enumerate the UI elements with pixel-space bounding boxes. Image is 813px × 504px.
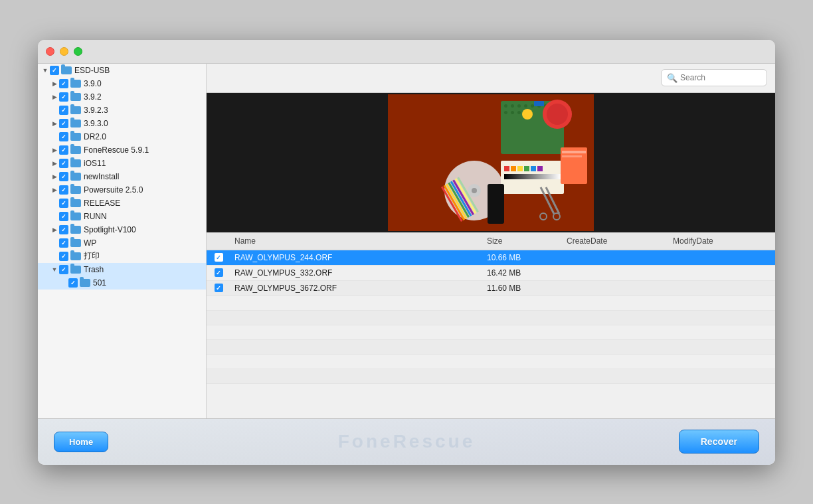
svg-rect-22 [504, 174, 561, 179]
checkbox-fonerescue[interactable] [59, 145, 68, 155]
checkbox-3930[interactable] [59, 119, 68, 128]
sidebar-item-390[interactable]: ▶ 3.9.0 [38, 77, 206, 90]
checkbox-esd-usb[interactable] [50, 66, 59, 75]
label-release: RELEASE [84, 199, 120, 208]
minimize-button[interactable] [60, 47, 68, 56]
sidebar-item-newinstall[interactable]: ▶ newInstall [38, 170, 206, 183]
svg-rect-16 [504, 166, 509, 171]
expand-arrow-newinstall[interactable]: ▶ [50, 172, 59, 181]
close-button[interactable] [46, 47, 54, 56]
table-row-empty [207, 311, 775, 325]
label-501: 501 [93, 278, 106, 288]
col-header-modifydate: ModifyDate [669, 235, 775, 247]
expand-arrow-3930[interactable]: ▶ [50, 119, 59, 128]
row-checkbox-1[interactable]: ✓ [207, 252, 230, 263]
table-row[interactable]: ✓ RAW_OLYMPUS_3672.ORF 11.60 MB [207, 281, 775, 296]
sidebar-item-3930[interactable]: ▶ 3.9.3.0 [38, 117, 206, 130]
file-createdate-3 [563, 287, 669, 290]
recover-button[interactable]: Recover [679, 430, 759, 454]
svg-rect-42 [562, 155, 582, 157]
expand-arrow-fonerescue[interactable]: ▶ [50, 145, 59, 155]
table-row[interactable]: ✓ RAW_OLYMPUS_244.ORF 10.66 MB [207, 250, 775, 266]
file-modifydate-1 [669, 256, 775, 259]
col-header-check [207, 235, 230, 247]
folder-icon-3923 [70, 106, 81, 114]
svg-rect-39 [534, 101, 544, 106]
checkbox-501[interactable] [68, 278, 78, 288]
sidebar-item-trash[interactable]: ▼ Trash [38, 263, 206, 276]
sidebar-item-release[interactable]: ▶ RELEASE [38, 197, 206, 210]
checkbox-trash[interactable] [59, 265, 68, 274]
folder-icon-392 [70, 93, 81, 101]
folder-icon-powersuite [70, 186, 81, 194]
checkbox-print[interactable] [59, 252, 68, 261]
svg-point-14 [472, 188, 477, 193]
checkbox-3923[interactable] [59, 106, 68, 115]
app-window: ▼ ESD-USB ▶ 3.9.0 ▶ 3.9.2 ▶ [38, 40, 775, 465]
label-390: 3.9.0 [84, 79, 102, 88]
svg-rect-5 [524, 104, 527, 108]
sidebar-item-3923[interactable]: ▶ 3.9.2.3 [38, 104, 206, 117]
label-3930: 3.9.3.0 [84, 119, 108, 128]
sidebar-item-392[interactable]: ▶ 3.9.2 [38, 90, 206, 104]
sidebar: ▼ ESD-USB ▶ 3.9.0 ▶ 3.9.2 ▶ [38, 64, 207, 418]
sidebar-item-wp[interactable]: ▶ WP [38, 236, 206, 250]
sidebar-item-esd-usb[interactable]: ▼ ESD-USB [38, 64, 206, 77]
expand-arrow-powersuite[interactable]: ▶ [50, 185, 59, 195]
label-fonerescue: FoneRescue 5.9.1 [84, 145, 149, 155]
label-spotlight: Spotlight-V100 [84, 225, 136, 234]
checkbox-392[interactable] [59, 92, 68, 102]
svg-rect-3 [511, 104, 514, 108]
folder-icon-trash [70, 266, 81, 274]
expand-arrow-trash[interactable]: ▼ [50, 265, 59, 274]
row-checkbox-3[interactable]: ✓ [207, 282, 230, 294]
expand-arrow-392[interactable]: ▶ [50, 92, 59, 102]
file-modifydate-3 [669, 287, 775, 290]
label-392: 3.9.2 [84, 92, 102, 102]
checkbox-newinstall[interactable] [59, 172, 68, 181]
sidebar-item-fonerescue[interactable]: ▶ FoneRescue 5.9.1 [38, 143, 206, 157]
expand-arrow[interactable]: ▼ [41, 66, 50, 75]
checkbox-runn[interactable] [59, 212, 68, 221]
checkbox-powersuite[interactable] [59, 185, 68, 195]
file-name-2: RAW_OLYMPUS_332.ORF [230, 267, 483, 279]
maximize-button[interactable] [74, 47, 82, 56]
svg-point-38 [522, 109, 533, 120]
expand-arrow-390[interactable]: ▶ [50, 79, 59, 88]
col-header-name: Name [230, 235, 483, 247]
file-name-1: RAW_OLYMPUS_244.ORF [230, 252, 483, 264]
expand-arrow-ios11[interactable]: ▶ [50, 159, 59, 168]
file-size-3: 11.60 MB [483, 282, 563, 294]
checkbox-390[interactable] [59, 79, 68, 88]
sidebar-item-501[interactable]: ▶ 501 [38, 276, 206, 290]
title-bar [38, 40, 775, 64]
preview-image [388, 94, 594, 231]
label-print: 打印 [84, 250, 100, 262]
checkbox-ios11[interactable] [59, 159, 68, 168]
sidebar-item-runn[interactable]: ▶ RUNN [38, 210, 206, 223]
expand-arrow-spotlight[interactable]: ▶ [50, 225, 59, 234]
svg-rect-9 [504, 111, 507, 114]
svg-rect-31 [488, 184, 504, 224]
label-dr20: DR2.0 [84, 132, 106, 141]
svg-rect-2 [504, 104, 507, 108]
label-wp: WP [84, 238, 96, 248]
table-row-empty [207, 340, 775, 355]
label-3923: 3.9.2.3 [84, 106, 108, 115]
sidebar-item-ios11[interactable]: ▶ iOS11 [38, 157, 206, 170]
sidebar-item-spotlight[interactable]: ▶ Spotlight-V100 [38, 223, 206, 236]
search-input[interactable] [680, 73, 760, 82]
checkbox-spotlight[interactable] [59, 225, 68, 234]
checkbox-release[interactable] [59, 199, 68, 208]
sidebar-item-powersuite[interactable]: ▶ Powersuite 2.5.0 [38, 183, 206, 197]
file-size-1: 10.66 MB [483, 252, 563, 264]
table-row[interactable]: ✓ RAW_OLYMPUS_332.ORF 16.42 MB [207, 266, 775, 281]
checkbox-wp[interactable] [59, 238, 68, 248]
sidebar-item-dr20[interactable]: ▶ DR2.0 [38, 130, 206, 143]
checkbox-dr20[interactable] [59, 132, 68, 141]
home-button[interactable]: Home [54, 432, 108, 452]
folder-icon-release [70, 199, 81, 207]
search-box[interactable]: 🔍 [661, 69, 767, 86]
row-checkbox-2[interactable]: ✓ [207, 267, 230, 278]
sidebar-item-print[interactable]: ▶ 打印 [38, 250, 206, 263]
